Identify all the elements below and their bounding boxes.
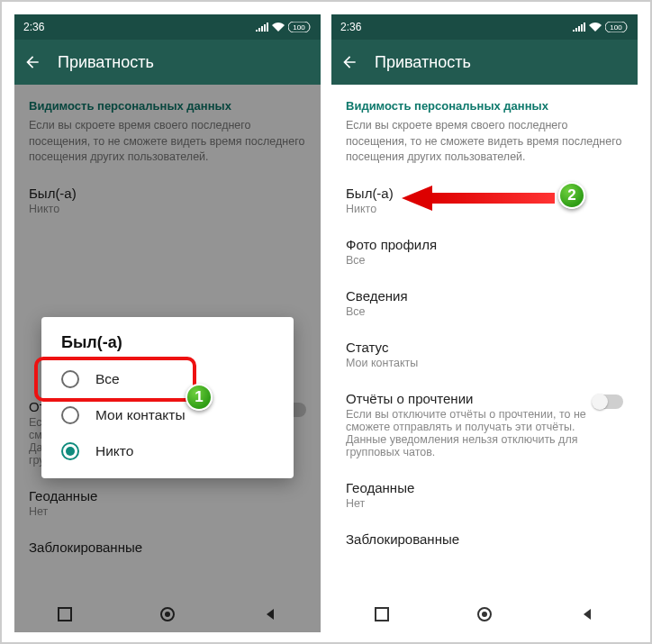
item-photo[interactable]: Фото профиля Все xyxy=(331,226,638,277)
item-blocked-title: Заблокированные xyxy=(346,531,623,547)
item-photo-title: Фото профиля xyxy=(346,237,623,252)
item-about[interactable]: Сведения Все xyxy=(331,277,638,329)
nav-bar xyxy=(331,596,638,632)
back-icon[interactable] xyxy=(23,53,41,71)
item-geo[interactable]: Геоданные Нет xyxy=(331,469,638,521)
phone-right: 2:36 100 Приватность Видимость персональ… xyxy=(331,14,638,632)
radio-icon xyxy=(61,406,79,424)
nav-home-icon[interactable] xyxy=(159,606,176,622)
nav-back-icon[interactable] xyxy=(580,607,594,621)
svg-text:100: 100 xyxy=(293,23,305,32)
item-lastseen[interactable]: Был(-а) Никто xyxy=(331,175,638,226)
svg-text:100: 100 xyxy=(610,23,622,32)
phone-left: 2:36 100 Приватность Видимость персональ… xyxy=(14,14,321,632)
app-bar: Приватность xyxy=(331,40,638,85)
status-icons: 100 xyxy=(256,22,312,32)
item-geo-title: Геоданные xyxy=(346,480,623,495)
radio-nobody-label: Никто xyxy=(95,443,133,459)
radio-icon xyxy=(61,370,79,388)
radio-contacts[interactable]: Мои контакты xyxy=(41,397,294,433)
radio-everyone-label: Все xyxy=(95,371,120,387)
item-blocked[interactable]: Заблокированные xyxy=(331,521,638,558)
radio-everyone[interactable]: Все xyxy=(41,361,294,397)
status-bar: 2:36 100 xyxy=(331,14,638,40)
callout-2: 2 xyxy=(558,182,585,209)
back-icon[interactable] xyxy=(340,53,358,71)
radio-contacts-label: Мои контакты xyxy=(95,407,186,423)
radio-nobody[interactable]: Никто xyxy=(41,433,294,469)
content-left: Видимость персональных данных Если вы ск… xyxy=(14,85,321,596)
dialog-title: Был(-а) xyxy=(41,333,294,361)
item-read-title: Отчёты о прочтении xyxy=(346,391,593,406)
app-bar-title: Приватность xyxy=(375,53,471,72)
item-status[interactable]: Статус Мои контакты xyxy=(331,329,638,380)
dialog-lastseen: Был(-а) Все Мои контакты Никто xyxy=(41,317,294,478)
callout-1: 1 xyxy=(186,384,213,411)
wifi-icon xyxy=(272,23,285,32)
content-right: Видимость персональных данных Если вы ск… xyxy=(331,85,638,596)
wifi-icon xyxy=(589,23,602,32)
svg-rect-9 xyxy=(376,608,388,621)
svg-point-11 xyxy=(482,612,487,617)
item-about-sub: Все xyxy=(346,305,623,318)
nav-recent-icon[interactable] xyxy=(375,607,389,621)
section-title: Видимость персональных данных xyxy=(331,85,638,118)
battery-icon: 100 xyxy=(288,22,312,32)
nav-back-icon[interactable] xyxy=(263,607,277,621)
status-time: 2:36 xyxy=(23,21,44,33)
nav-bar xyxy=(14,596,321,632)
app-bar: Приватность xyxy=(14,40,321,85)
item-geo-sub: Нет xyxy=(346,497,623,510)
item-read-sub: Если вы отключите отчёты о прочтении, то… xyxy=(346,408,593,458)
section-desc: Если вы скроете время своего последнего … xyxy=(331,118,638,175)
item-status-title: Статус xyxy=(346,340,623,355)
nav-recent-icon[interactable] xyxy=(58,607,72,621)
status-bar: 2:36 100 xyxy=(14,14,321,40)
battery-icon: 100 xyxy=(605,22,629,32)
signal-icon xyxy=(256,23,268,32)
item-photo-sub: Все xyxy=(346,254,623,267)
app-bar-title: Приватность xyxy=(58,53,154,72)
status-icons: 100 xyxy=(573,22,629,32)
radio-icon-selected xyxy=(61,442,79,460)
status-time: 2:36 xyxy=(340,21,361,33)
nav-home-icon[interactable] xyxy=(476,606,493,622)
item-status-sub: Мои контакты xyxy=(346,357,623,369)
signal-icon xyxy=(573,23,585,32)
item-about-title: Сведения xyxy=(346,288,623,304)
read-receipts-toggle[interactable] xyxy=(593,395,623,409)
svg-rect-2 xyxy=(59,608,71,621)
item-read-receipts[interactable]: Отчёты о прочтении Если вы отключите отч… xyxy=(331,380,638,469)
svg-point-4 xyxy=(165,612,170,617)
